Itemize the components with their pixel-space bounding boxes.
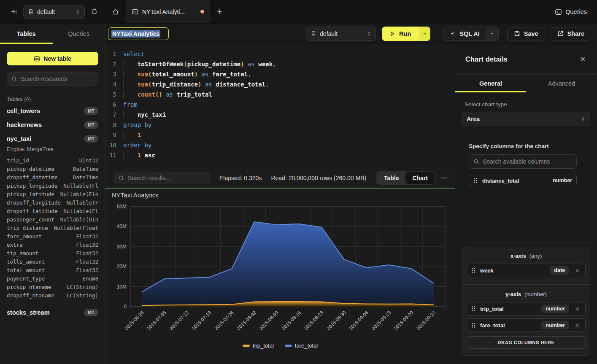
column-row[interactable]: pickup_longitude Nullable(Fl [7,181,98,190]
sql-ai-label: SQL AI [459,30,480,37]
column-item-fare_total[interactable]: fare_total number [467,318,586,332]
column-name: tip_amount [7,250,38,256]
new-tab-button[interactable] [210,0,229,23]
run-database-select[interactable]: default [306,27,376,41]
share-button[interactable]: Share [551,27,591,40]
sql-ai-options-button[interactable] [486,27,498,40]
engine-line: Engine: MergeTree [7,146,98,152]
chart-type-select[interactable]: Area [462,112,590,126]
search-results-input[interactable] [128,175,205,181]
panel-body: Select chart type Area Specify columns f… [455,92,597,364]
query-tab[interactable]: NYTaxi Analyti... [126,0,210,23]
column-row[interactable]: dropoff_longitude Nullable(F [7,198,98,207]
column-row[interactable]: tip_amount Float32 [7,249,98,257]
column-type: LC(String) [67,292,98,299]
chart-area: NYTaxi Analytics 010M20M30M40M50M2015-06… [105,189,455,364]
table-row[interactable]: hackernews MT [7,118,98,132]
chevron-updown-icon [75,9,80,14]
column-row[interactable]: pickup_latitude Nullable(Flo [7,190,98,198]
column-row[interactable]: tolls_amount Float32 [7,257,98,266]
new-table-button[interactable]: New table [7,52,98,65]
column-row[interactable]: trip_id UInt32 [7,156,98,164]
collapse-sidebar-icon[interactable] [8,6,19,17]
column-row[interactable]: dropoff_latitude Nullable(Fl [7,207,98,215]
legend-item-fare_total[interactable]: fare_total [285,342,318,349]
column-row[interactable]: passenger_count Nullable(UIn [7,215,98,224]
column-type: Nullable(UIn [60,216,98,223]
x-tick-label: 2015-07-19 [191,310,212,331]
run-label: Run [399,30,411,37]
table-row[interactable]: nyc_taxi MT [7,132,98,146]
sidebar-tab-queries[interactable]: Queries [53,24,105,43]
column-row[interactable]: fare_amount Float32 [7,232,98,240]
save-button[interactable]: Save [507,27,545,40]
query-toolbar: NYTaxi Analytics default Run SQL A [105,24,597,44]
active-panel-tab-underline [455,91,526,92]
tab-general[interactable]: General [455,75,526,92]
database-select[interactable]: default [23,5,85,19]
table-row[interactable]: cell_towers MT [7,104,98,118]
legend-swatch [285,345,292,347]
column-name: trip_id [7,157,29,164]
column-item-trip_total[interactable]: trip_total number [467,302,586,315]
more-options-icon[interactable] [440,175,447,181]
drag-handle-icon[interactable] [471,322,475,328]
column-row[interactable]: extra Float32 [7,240,98,249]
column-row[interactable]: pickup_ntaname LC(String) [7,283,98,291]
column-name: extra [7,242,23,248]
home-tab[interactable] [105,0,126,23]
code-line: 9 1 [105,130,455,140]
columns-search [469,154,577,169]
sidebar: Tables Queries New table Tables (4) cell… [0,24,105,364]
sql-ai-button[interactable]: SQL AI [443,27,486,40]
view-tab-table[interactable]: Table [377,172,406,184]
refresh-icon[interactable] [89,6,100,17]
y-axis-hint: (number) [524,291,547,297]
column-row[interactable]: dropoff_datetime DateTime [7,173,98,181]
drag-handle-icon[interactable] [471,267,475,273]
x-tick-label: 2015-07-05 [146,310,167,331]
remove-column-icon[interactable] [574,322,581,329]
queries-button[interactable]: Queries [555,0,587,24]
code-text: nyc_taxi [123,110,166,120]
legend-item-trip_total[interactable]: trip_total [243,342,274,349]
search-resources-input[interactable] [21,75,94,82]
column-row[interactable]: pickup_datetime DateTime [7,164,98,173]
column-row[interactable]: dropoff_ntaname LC(String) [7,291,98,299]
column-type: Float32 [76,242,98,248]
panel-spacer [462,187,590,234]
code-line: 1select [105,49,455,59]
remove-column-icon[interactable] [574,267,581,274]
table-icon [34,56,40,62]
drag-handle-icon[interactable] [471,306,475,312]
drop-columns-zone[interactable]: DRAG COLUMNS HERE [467,336,586,349]
remove-column-icon[interactable] [574,305,581,313]
column-item-week[interactable]: week date [467,264,586,277]
drag-handle-icon[interactable] [473,178,478,183]
view-toggle: Table Chart [376,171,435,185]
x-axis-label: x-axis [511,253,526,259]
column-item-distance_total[interactable]: distance_total number [469,174,577,187]
run-options-button[interactable] [419,27,430,41]
close-icon[interactable] [578,55,587,63]
database-icon [28,9,34,15]
code-text: 1 [123,130,141,140]
code-text: order by [123,140,151,150]
run-button[interactable]: Run [382,27,419,41]
read-stat: Read: 20,000,000 rows (260.00 MB) [271,175,366,181]
legend-label: trip_total [253,342,274,349]
column-type: Nullable(Float [54,225,98,231]
tab-advanced[interactable]: Advanced [526,75,597,92]
column-row[interactable]: payment_type Enum8 [7,274,98,283]
column-row[interactable]: trip_distance Nullable(Float [7,224,98,232]
column-name: pickup_longitude [7,183,57,189]
query-title-input[interactable]: NYTaxi Analytics [108,27,169,40]
sidebar-tab-tables[interactable]: Tables [0,24,53,43]
sql-editor[interactable]: 1select2 toStartOfWeek(pickup_datetime) … [105,44,455,168]
search-columns-input[interactable] [483,158,572,165]
code-text: count() as trip_total [123,89,212,100]
view-tab-chart[interactable]: Chart [405,172,435,184]
table-row[interactable]: stocks_stream MT [7,305,98,319]
column-row[interactable]: total_amount Float32 [7,266,98,274]
code-line: 6from [105,100,455,110]
